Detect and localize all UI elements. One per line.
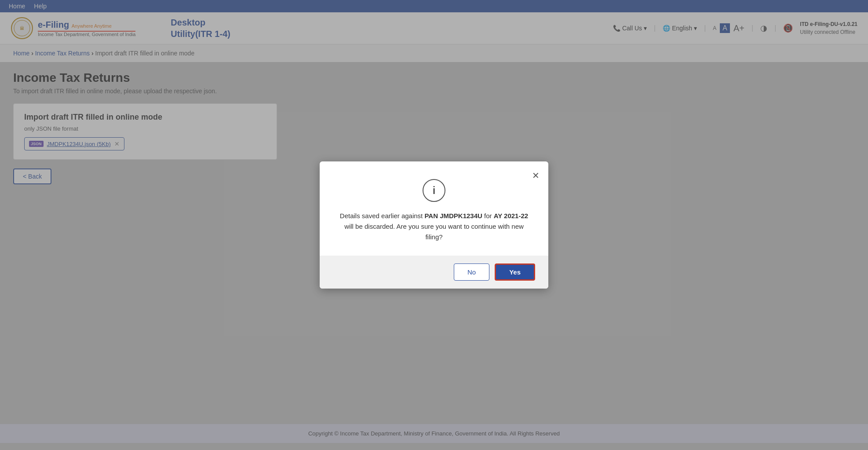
dialog-body: ✕ i Details saved earlier against PAN JM… — [320, 161, 548, 256]
yes-button[interactable]: Yes — [495, 263, 535, 281]
ay-text: AY 2021-22 — [494, 212, 528, 220]
dialog-close-button[interactable]: ✕ — [532, 170, 540, 181]
info-icon: i — [423, 179, 445, 202]
dialog-message: Details saved earlier against PAN JMDPK1… — [337, 211, 531, 242]
dialog: ✕ i Details saved earlier against PAN JM… — [320, 161, 548, 289]
no-button[interactable]: No — [454, 263, 489, 281]
modal-overlay: ✕ i Details saved earlier against PAN JM… — [0, 0, 868, 450]
pan-text: PAN JMDPK1234U — [424, 212, 482, 220]
dialog-footer: No Yes — [320, 256, 548, 289]
